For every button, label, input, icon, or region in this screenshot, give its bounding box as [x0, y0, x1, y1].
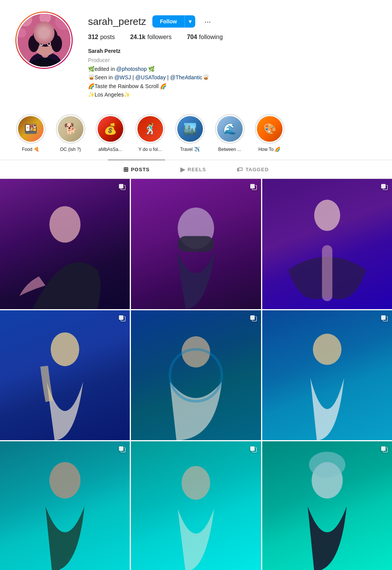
follow-button-group: Follow ▾ [152, 15, 195, 28]
post-image-svg [0, 441, 130, 570]
tab-label-tagged: TAGGED [245, 167, 269, 172]
followers-stat[interactable]: 24.1k followers [130, 34, 172, 41]
multi-photo-icon [118, 445, 126, 453]
post-image-svg [262, 441, 392, 570]
post-image-svg [131, 179, 261, 309]
post-image-svg [131, 441, 261, 570]
followers-label: followers [147, 34, 172, 41]
post-item[interactable] [131, 441, 261, 570]
highlight-emoji-amb: 💰 [104, 123, 117, 135]
highlight-label-y: Y do u fol... [139, 147, 162, 152]
tab-reels[interactable]: ▶ REELS [165, 160, 221, 179]
tab-tagged[interactable]: 🏷 TAGGED [221, 160, 284, 179]
svg-point-22 [313, 334, 341, 365]
highlight-label-oc: OC (ish ?) [60, 147, 81, 152]
posts-label: posts [100, 34, 115, 41]
bio-name: Sarah Peretz [88, 47, 377, 55]
bio-line-4: ✨Los Angeles✨ [88, 90, 377, 99]
followers-count: 24.1k [130, 34, 145, 41]
post-image-svg [262, 179, 392, 309]
highlight-item-y[interactable]: 🕺 Y do u fol... [135, 114, 165, 152]
highlight-emoji-oc: 🐕 [64, 123, 77, 135]
multi-photo-icon [381, 183, 388, 190]
tab-label-reels: REELS [188, 167, 206, 172]
tab-posts[interactable]: ⊞ POSTS [108, 160, 165, 179]
highlight-item-oc[interactable]: 🐕 OC (ish ?) [55, 114, 86, 152]
post-item[interactable] [0, 441, 130, 570]
follow-button[interactable]: Follow [152, 15, 185, 28]
svg-point-11 [39, 41, 43, 46]
multi-photo-icon [250, 183, 257, 190]
post-item[interactable] [0, 179, 130, 309]
highlights-row: 🍱 Food 🍕 🐕 OC (ish ?) 💰 aMbAsSa... 🕺 Y d… [15, 114, 377, 152]
highlight-circle-between: 🌊 [217, 116, 243, 142]
highlight-ring-oc: 🐕 [56, 114, 85, 144]
following-count: 704 [187, 34, 197, 41]
tab-icon-reels: ▶ [180, 166, 185, 173]
highlight-emoji-travel: 🏙️ [183, 123, 197, 135]
posts-count: 312 [88, 34, 98, 41]
post-image-svg [0, 310, 130, 440]
follow-dropdown-button[interactable]: ▾ [185, 15, 195, 28]
avatar-image [16, 13, 72, 68]
tabs-section: ⊞ POSTS ▶ REELS 🏷 TAGGED [0, 160, 392, 179]
svg-point-26 [309, 452, 345, 478]
post-item[interactable] [262, 441, 392, 570]
highlight-label-howto: How To 🌈 [258, 147, 281, 152]
svg-point-18 [314, 200, 340, 231]
svg-rect-17 [178, 236, 214, 252]
post-item[interactable] [0, 310, 130, 440]
highlight-circle-howto: 🎨 [257, 116, 283, 142]
highlight-item-howto[interactable]: 🎨 How To 🌈 [254, 114, 285, 152]
highlight-emoji-y: 🕺 [144, 123, 157, 135]
highlight-circle-amb: 💰 [98, 116, 123, 142]
multi-photo-icon [381, 445, 388, 453]
highlight-label-between: Between ... [218, 147, 241, 152]
post-item[interactable] [131, 179, 261, 309]
tabs-row: ⊞ POSTS ▶ REELS 🏷 TAGGED [0, 160, 392, 179]
tab-icon-posts: ⊞ [123, 166, 129, 173]
highlight-item-food[interactable]: 🍱 Food 🍕 [15, 114, 46, 152]
svg-point-9 [28, 35, 39, 52]
post-item[interactable] [131, 310, 261, 440]
highlight-item-travel[interactable]: 🏙️ Travel ✈️ [175, 114, 205, 152]
svg-point-13 [40, 43, 42, 45]
post-item[interactable] [262, 310, 392, 440]
highlight-circle-travel: 🏙️ [177, 116, 203, 142]
highlight-ring-food: 🍱 [16, 114, 46, 144]
post-image-svg [0, 179, 130, 309]
svg-point-24 [182, 466, 211, 500]
avatar-ring [15, 11, 73, 69]
svg-point-19 [51, 332, 79, 366]
avatar-svg [18, 14, 72, 68]
posts-stat[interactable]: 312 posts [88, 34, 115, 41]
more-options-button[interactable]: ··· [201, 16, 214, 28]
highlight-ring-howto: 🎨 [255, 114, 284, 144]
highlight-item-between[interactable]: 🌊 Between ... [214, 114, 245, 152]
bio-link-wsj[interactable]: @WSJ [114, 74, 131, 80]
highlight-circle-y: 🕺 [137, 116, 163, 142]
bio-link-photoshop[interactable]: @photoshop [116, 66, 147, 72]
tab-label-posts: POSTS [131, 167, 150, 172]
post-image-svg [262, 310, 392, 440]
post-item[interactable] [262, 179, 392, 309]
tab-icon-tagged: 🏷 [237, 166, 243, 173]
highlight-item-amb[interactable]: 💰 aMbAsSa... [95, 114, 126, 152]
stats-row: 312 posts 24.1k followers 704 following [88, 34, 377, 41]
following-stat[interactable]: 704 following [187, 34, 223, 41]
bio-title: Producer [88, 57, 110, 63]
highlight-circle-oc: 🐕 [58, 116, 83, 142]
profile-top-row: sarah_peretz Follow ▾ ··· [88, 15, 377, 28]
highlight-ring-amb: 💰 [96, 114, 125, 144]
svg-point-15 [49, 206, 80, 243]
post-image-svg [131, 310, 261, 440]
bio-line-2: 🥃Seen in @WSJ | @USAToday | @TheAtlantic… [88, 73, 377, 82]
following-label: following [199, 34, 223, 41]
bio-link-atlantic[interactable]: @TheAtlantic [170, 74, 202, 80]
profile-info: sarah_peretz Follow ▾ ··· 312 posts 24.1… [88, 11, 377, 99]
highlight-emoji-howto: 🎨 [263, 123, 276, 135]
avatar-container [15, 11, 73, 69]
highlight-circle-food: 🍱 [18, 116, 44, 142]
bio-link-usatoday[interactable]: @USAToday [136, 74, 166, 80]
profile-header: sarah_peretz Follow ▾ ··· 312 posts 24.1… [0, 0, 392, 106]
